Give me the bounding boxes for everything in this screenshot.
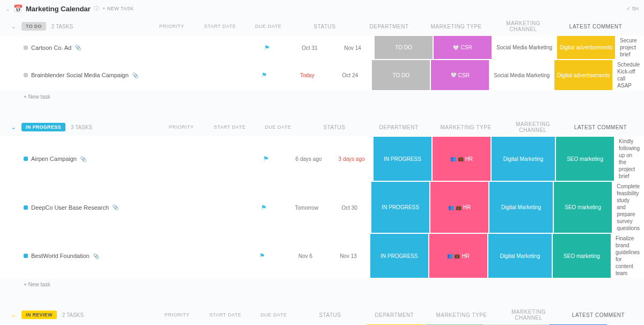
due-date[interactable]: 3 days ago <box>330 156 373 162</box>
status-square[interactable] <box>24 205 28 210</box>
col-dept[interactable]: DEPARTMENT <box>369 121 428 133</box>
task-name[interactable]: DeepCo User Base Research <box>31 204 109 211</box>
attachment-icon[interactable]: 📎 <box>75 45 81 50</box>
status-cell[interactable]: IN PROGRESS <box>371 181 430 233</box>
new-task-row[interactable]: + New task <box>0 278 644 291</box>
task-name[interactable]: Airpen Campaign <box>31 156 77 162</box>
col-due[interactable]: DUE DATE <box>257 124 299 130</box>
status-cell[interactable]: IN PROGRESS <box>370 233 429 278</box>
task-name[interactable]: BestWorld Foundation <box>31 253 90 259</box>
status-square[interactable] <box>24 73 28 77</box>
priority-flag[interactable]: ⚑ <box>243 71 286 79</box>
col-mchan[interactable]: MARKETING CHANNEL <box>494 20 553 32</box>
marketing-type-cell[interactable]: Social Media Marketing <box>492 35 557 60</box>
status-square[interactable] <box>24 157 28 161</box>
task-count: 2 TASKS <box>62 312 84 318</box>
marketing-channel-cell[interactable]: Digital advertisements <box>557 35 616 60</box>
col-status[interactable]: STATUS <box>301 309 360 321</box>
task-row[interactable]: Airpen Campaign 📎 ⚑ 6 days ago 3 days ag… <box>0 136 644 181</box>
group-badge[interactable]: IN PROGRESS <box>21 123 65 131</box>
task-name[interactable]: Brainblender Social Media Campaign <box>31 72 129 78</box>
comment-cell[interactable]: Kindly following up on the project brief <box>614 136 644 181</box>
department-cell[interactable]: 👥 💼HR <box>432 136 491 181</box>
col-mtype[interactable]: MARKETING TYPE <box>429 309 494 321</box>
marketing-channel-cell[interactable]: SEO marketing <box>552 233 611 278</box>
attachment-icon[interactable]: 📎 <box>80 156 86 162</box>
comment-cell[interactable]: Finalize brand guidelines for content te… <box>611 233 644 278</box>
marketing-channel-cell[interactable]: SEO marketing <box>555 136 614 181</box>
marketing-type-cell[interactable]: Social Media Marketing <box>489 60 554 91</box>
col-priority[interactable]: PRIORITY <box>156 312 199 317</box>
share-button[interactable]: ✓ SH <box>626 6 639 11</box>
col-due[interactable]: DUE DATE <box>252 312 295 317</box>
comment-cell[interactable]: Complete feasibility study and prepare s… <box>612 181 644 233</box>
col-priority[interactable]: PRIORITY <box>160 124 203 130</box>
col-comment[interactable]: LATEST COMMENT <box>558 21 633 32</box>
attachment-icon[interactable]: 📎 <box>93 253 99 259</box>
start-date[interactable]: 6 days ago <box>287 156 330 162</box>
col-mchan[interactable]: MARKETING CHANNEL <box>499 309 558 321</box>
status-square[interactable] <box>24 46 28 50</box>
department-cell[interactable]: 🤍CSR <box>433 35 492 60</box>
page-title: Marketing Calendar <box>26 5 91 13</box>
priority-flag[interactable]: ⚑ <box>242 204 285 211</box>
department-cell[interactable]: 👥 💼HR <box>429 233 488 278</box>
dept-icon: 👥 💼 <box>448 205 462 210</box>
start-date[interactable]: Oct 31 <box>288 45 331 51</box>
status-square[interactable] <box>24 254 28 258</box>
col-dept[interactable]: DEPARTMENT <box>365 309 424 321</box>
start-date[interactable]: Tomorrow <box>285 204 328 211</box>
department-cell[interactable]: 👥 💼HR <box>430 181 489 233</box>
attachment-icon[interactable]: 📎 <box>132 72 138 78</box>
collapse-icon[interactable]: ⌄ <box>11 23 16 30</box>
due-date[interactable]: Oct 24 <box>328 72 371 78</box>
new-task-row[interactable]: + New task <box>0 91 644 103</box>
task-row[interactable]: BestWorld Foundation 📎 ⚑ Nov 6 Nov 13 IN… <box>0 233 644 278</box>
collapse-icon[interactable]: ⌄ <box>11 123 16 131</box>
comment-cell[interactable]: Schedule Kick-off call ASAP <box>613 60 644 91</box>
col-mtype[interactable]: MARKETING TYPE <box>424 20 488 32</box>
status-cell[interactable]: IN PROGRESS <box>373 136 432 181</box>
col-start[interactable]: START DATE <box>199 24 241 29</box>
task-row[interactable]: Cartoon Co. Ad 📎 ⚑ Oct 31 Nov 14 TO DO 🤍… <box>0 35 644 60</box>
group-badge[interactable]: TO DO <box>21 22 46 31</box>
marketing-channel-cell[interactable]: SEO marketing <box>553 181 612 233</box>
collapse-icon[interactable]: ⌄ <box>11 311 16 319</box>
info-icon[interactable]: ⓘ <box>94 5 99 12</box>
due-date[interactable]: Nov 14 <box>331 45 374 51</box>
due-date[interactable]: Oct 30 <box>328 204 371 211</box>
status-cell[interactable]: TO DO <box>371 60 430 91</box>
col-due[interactable]: DUE DATE <box>247 24 290 29</box>
collapse-icon[interactable]: ⌄ <box>5 5 10 12</box>
priority-flag[interactable]: ⚑ <box>244 155 287 162</box>
col-comment[interactable]: LATEST COMMENT <box>564 310 633 320</box>
col-status[interactable]: STATUS <box>305 121 364 133</box>
task-row[interactable]: Brainblender Social Media Campaign 📎 ⚑ T… <box>0 60 644 91</box>
comment-cell[interactable]: Secure project brief <box>616 35 644 60</box>
col-dept[interactable]: DEPARTMENT <box>360 20 419 32</box>
col-mchan[interactable]: MARKETING CHANNEL <box>503 121 562 133</box>
status-cell[interactable]: TO DO <box>374 35 433 60</box>
marketing-channel-cell[interactable]: Digital advertisements <box>554 60 613 91</box>
start-date[interactable]: Nov 6 <box>284 253 327 259</box>
task-row[interactable]: DeepCo User Base Research 📎 ⚑ Tomorrow O… <box>0 181 644 233</box>
priority-flag[interactable]: ⚑ <box>245 44 288 51</box>
col-start[interactable]: START DATE <box>204 312 247 317</box>
col-mtype[interactable]: MARKETING TYPE <box>434 121 498 133</box>
priority-flag[interactable]: ⚑ <box>241 252 284 260</box>
new-task-button[interactable]: + NEW TASK <box>103 6 134 11</box>
col-status[interactable]: STATUS <box>295 20 354 32</box>
col-comment[interactable]: LATEST COMMENT <box>568 122 633 132</box>
dept-icon: 👥 💼 <box>447 253 460 258</box>
col-priority[interactable]: PRIORITY <box>150 24 193 29</box>
marketing-type-cell[interactable]: Digital Marketing <box>491 136 555 181</box>
attachment-icon[interactable]: 📎 <box>112 204 119 210</box>
due-date[interactable]: Nov 13 <box>327 253 370 259</box>
marketing-type-cell[interactable]: Digital Marketing <box>489 181 553 233</box>
start-date[interactable]: Today <box>286 72 328 78</box>
col-start[interactable]: START DATE <box>208 124 251 130</box>
department-cell[interactable]: 🤍CSR <box>430 60 489 91</box>
task-name[interactable]: Cartoon Co. Ad <box>31 45 71 51</box>
group-badge[interactable]: IN REVIEW <box>21 311 57 319</box>
marketing-type-cell[interactable]: Digital Marketing <box>488 233 552 278</box>
